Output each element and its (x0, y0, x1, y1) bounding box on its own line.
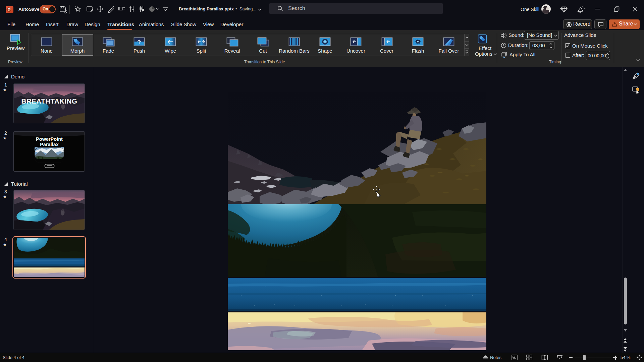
svg-text:P: P (8, 7, 11, 12)
svg-text:PowerPoint: PowerPoint (36, 136, 63, 142)
svg-text:Parallax: Parallax (40, 142, 59, 147)
svg-text:BREATHTAKING: BREATHTAKING (21, 97, 77, 105)
